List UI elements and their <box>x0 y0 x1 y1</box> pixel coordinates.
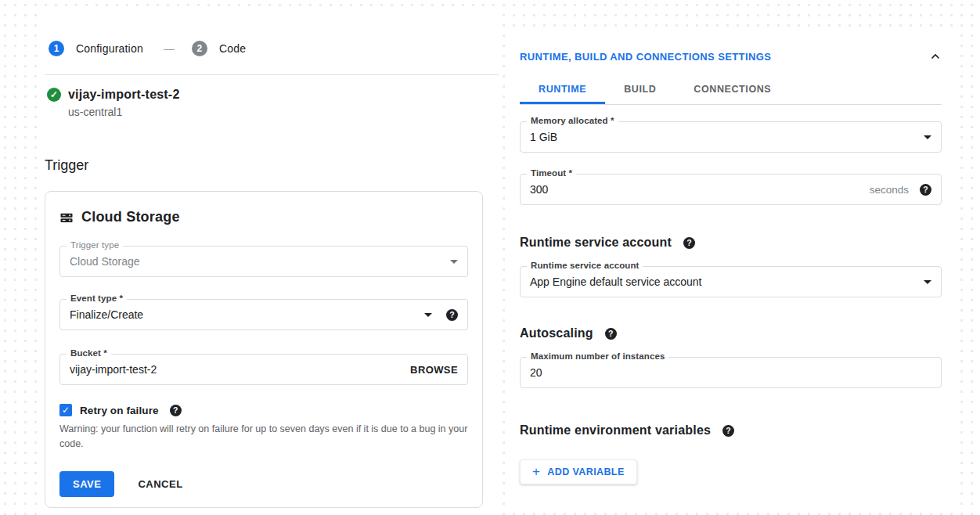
help-glyph: ? <box>449 310 454 319</box>
trigger-card-header: Cloud Storage <box>59 209 468 225</box>
section-title-text: Runtime service account <box>520 236 672 250</box>
service-account-value: App Engine default service account <box>530 276 917 288</box>
timeout-label: Timeout * <box>527 168 576 178</box>
help-icon[interactable]: ? <box>920 184 931 196</box>
section-title-text: Runtime environment variables <box>520 423 711 438</box>
success-check-icon: ✓ <box>47 88 61 102</box>
max-instances-field: Maximum number of instances <box>520 357 942 388</box>
event-type-value: Finalize/Create <box>70 308 418 321</box>
bucket-label: Bucket * <box>67 348 111 358</box>
memory-label: Memory allocated * <box>527 116 618 125</box>
collapse-chevron-up-icon[interactable] <box>929 50 942 63</box>
checkbox-check-icon: ✓ <box>62 405 70 416</box>
divider <box>45 74 499 75</box>
cloud-storage-icon <box>59 211 74 225</box>
add-variable-label: ADD VARIABLE <box>547 466 624 477</box>
dropdown-icon <box>450 260 458 264</box>
help-icon[interactable]: ? <box>446 309 458 321</box>
event-type-label: Event type * <box>67 294 127 303</box>
help-glyph: ? <box>173 405 178 415</box>
help-glyph: ? <box>608 329 614 338</box>
function-name-row: ✓ vijay-import-test-2 <box>47 88 499 102</box>
trigger-card-actions: SAVE CANCEL <box>59 471 468 497</box>
retry-on-failure-row: ✓ Retry on failure ? <box>59 404 468 416</box>
service-account-label: Runtime service account <box>527 261 643 270</box>
help-icon[interactable]: ? <box>683 237 695 249</box>
tab-connections[interactable]: CONNECTIONS <box>675 76 790 104</box>
tab-runtime[interactable]: RUNTIME <box>520 76 605 104</box>
trigger-type-label: Trigger type <box>67 240 123 250</box>
timeout-field: Timeout * seconds ? <box>520 174 942 205</box>
step-2-circle[interactable]: 2 <box>192 41 207 56</box>
help-icon[interactable]: ? <box>605 328 617 340</box>
step-2-label[interactable]: Code <box>219 42 246 55</box>
service-account-section-title: Runtime service account ? <box>520 236 942 250</box>
help-icon[interactable]: ? <box>170 405 182 416</box>
retry-checkbox[interactable]: ✓ <box>59 404 72 416</box>
trigger-type-select[interactable]: Trigger type Cloud Storage <box>59 246 468 277</box>
memory-allocated-select[interactable]: Memory allocated * 1 GiB <box>520 121 942 153</box>
function-region: us-central1 <box>68 106 499 118</box>
help-glyph: ? <box>923 185 928 194</box>
plus-icon: + <box>532 466 540 477</box>
save-button[interactable]: SAVE <box>59 471 114 497</box>
bucket-field: Bucket * BROWSE <box>59 354 468 385</box>
help-glyph: ? <box>686 238 692 247</box>
runtime-service-account-select[interactable]: Runtime service account App Engine defau… <box>520 266 942 297</box>
function-name: vijay-import-test-2 <box>68 88 180 102</box>
memory-value: 1 GiB <box>530 131 917 143</box>
configuration-panel: 1 Configuration — 2 Code ✓ vijay-import-… <box>45 8 499 515</box>
trigger-card-title: Cloud Storage <box>81 209 180 225</box>
settings-header-title[interactable]: RUNTIME, BUILD AND CONNECTIONS SETTINGS <box>520 51 771 63</box>
help-icon[interactable]: ? <box>722 425 734 437</box>
retry-label[interactable]: Retry on failure <box>80 405 159 416</box>
bucket-input[interactable] <box>70 363 410 376</box>
settings-header: RUNTIME, BUILD AND CONNECTIONS SETTINGS <box>520 50 942 63</box>
step-1-circle[interactable]: 1 <box>49 41 64 56</box>
stepper: 1 Configuration — 2 Code <box>49 41 499 56</box>
browse-button[interactable]: BROWSE <box>410 364 458 376</box>
dropdown-icon <box>924 135 931 139</box>
timeout-input[interactable] <box>530 183 870 196</box>
dropdown-icon <box>924 280 931 284</box>
trigger-card: Cloud Storage Trigger type Cloud Storage… <box>45 191 483 508</box>
step-separator: — <box>164 42 175 55</box>
help-glyph: ? <box>726 426 731 435</box>
env-vars-section-title: Runtime environment variables ? <box>520 423 942 438</box>
step-1-number: 1 <box>54 43 59 54</box>
max-instances-label: Maximum number of instances <box>527 351 668 361</box>
max-instances-input[interactable] <box>530 366 931 379</box>
cancel-button[interactable]: CANCEL <box>133 477 187 491</box>
step-2-number: 2 <box>197 43 203 54</box>
dropdown-icon <box>424 313 432 317</box>
trigger-type-value: Cloud Storage <box>70 255 444 268</box>
trigger-section-title: Trigger <box>45 157 499 174</box>
event-type-select[interactable]: Event type * Finalize/Create ? <box>59 299 468 330</box>
autoscaling-section-title: Autoscaling ? <box>520 326 942 340</box>
check-glyph: ✓ <box>50 89 58 100</box>
step-1-label[interactable]: Configuration <box>76 42 143 55</box>
settings-tabs: RUNTIME BUILD CONNECTIONS <box>520 76 942 105</box>
section-title-text: Autoscaling <box>520 326 593 340</box>
runtime-settings-panel: RUNTIME, BUILD AND CONNECTIONS SETTINGS … <box>513 34 957 505</box>
tab-build[interactable]: BUILD <box>605 76 675 104</box>
retry-warning-text: Warning: your function will retry on fai… <box>59 422 468 452</box>
timeout-unit: seconds <box>870 184 909 196</box>
add-variable-button[interactable]: + ADD VARIABLE <box>520 459 637 484</box>
